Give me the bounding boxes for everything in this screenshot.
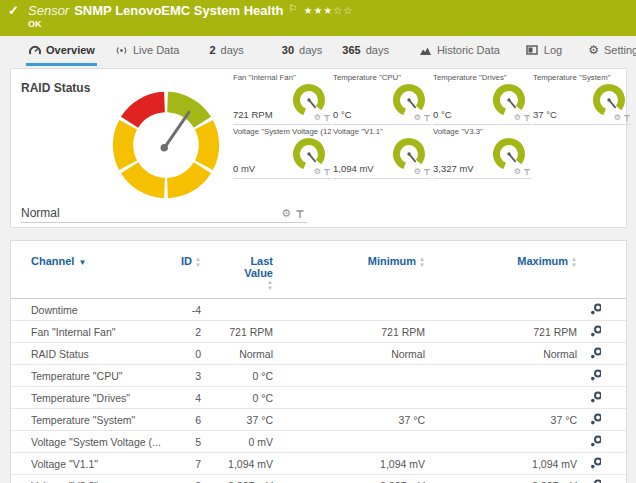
mini-gauge-temperature-drives: Temperature "Drives" 0 °C ⚙ <box>433 73 531 125</box>
tab-label: Live Data <box>133 44 179 56</box>
channel-id: 8 <box>171 480 201 483</box>
edit-channel-icon[interactable] <box>590 347 601 359</box>
channel-maximum: 1,094 mV <box>425 458 577 470</box>
tab-365-days[interactable]: 365 days <box>340 39 391 66</box>
table-row-voltage-system: Voltage "System Voltage (... 5 0 mV <box>11 431 626 453</box>
tab-overview[interactable]: Overview <box>26 39 97 66</box>
tab-30-days[interactable]: 30 days <box>280 39 325 66</box>
table-row-raid-status: RAID Status 0 Normal Normal Normal <box>11 343 626 365</box>
sensor-status-badge: OK <box>28 19 42 29</box>
mini-dial-icon <box>391 136 427 172</box>
gauge-settings-gear-icon[interactable]: ⚙ <box>414 168 421 176</box>
edit-channel-icon[interactable] <box>590 303 601 315</box>
channel-id: 0 <box>171 348 201 360</box>
channel-last-value: 0 mV <box>201 436 273 448</box>
mini-gauge-value: 721 RPM <box>233 109 273 120</box>
mini-gauge-title: Temperature "System" <box>533 73 631 82</box>
channel-last-value: 3,327 mV <box>201 480 273 483</box>
pin-icon[interactable] <box>423 168 431 176</box>
edit-channel-icon[interactable] <box>590 325 601 337</box>
edit-channel-icon[interactable] <box>590 435 601 447</box>
mini-gauge-voltage-v3-3: Voltage "V3.3" 3,327 mV ⚙ <box>433 127 531 179</box>
table-row-temperature-system: Temperature "System" 6 37 °C 37 °C 37 °C <box>11 409 626 431</box>
mini-gauge-value: 0 °C <box>433 109 452 120</box>
edit-channel-icon[interactable] <box>590 369 601 381</box>
tab-label: Settings <box>604 44 636 56</box>
gauge-settings-gear-icon[interactable]: ⚙ <box>614 114 621 122</box>
gauge-settings-gear-icon[interactable]: ⚙ <box>281 208 291 219</box>
column-header-channel[interactable]: Channel▼ <box>31 255 171 267</box>
pin-icon[interactable] <box>423 114 431 122</box>
sensor-kind-label: Sensor <box>28 3 69 18</box>
raid-status-dial <box>104 83 228 207</box>
pin-icon[interactable] <box>523 114 531 122</box>
gauge-settings-gear-icon[interactable]: ⚙ <box>314 168 321 176</box>
overview-gauges-panel: RAID Status Normal ⚙ Fan "Inter <box>10 68 627 228</box>
pin-icon[interactable] <box>523 168 531 176</box>
mini-dial-icon <box>291 82 327 118</box>
channel-id: 4 <box>171 392 201 404</box>
log-icon <box>526 44 539 56</box>
flag-icon[interactable]: ⚐ <box>288 3 297 14</box>
edit-channel-icon[interactable] <box>590 457 601 469</box>
mini-gauge-title: Temperature "CPU" <box>333 73 431 82</box>
tab-settings[interactable]: ⚙ Settings <box>586 39 636 66</box>
column-header-maximum[interactable]: Maximum▲▼ <box>425 255 577 268</box>
gear-icon: ⚙ <box>588 44 599 56</box>
channel-last-value: 0 °C <box>201 370 273 382</box>
pin-icon[interactable] <box>323 168 331 176</box>
gauge-settings-gear-icon[interactable]: ⚙ <box>514 168 521 176</box>
gauge-settings-gear-icon[interactable]: ⚙ <box>314 114 321 122</box>
channel-id: 6 <box>171 414 201 426</box>
channel-minimum: 1,094 mV <box>273 458 425 470</box>
channel-last-value: 0 °C <box>201 392 273 404</box>
column-header-last-value[interactable]: LastValue▲▼ <box>201 255 273 292</box>
pin-icon[interactable] <box>623 114 631 122</box>
table-row-fan-internal-fan: Fan "Internal Fan" 2 721 RPM 721 RPM 721… <box>11 321 626 343</box>
gauge-settings-gear-icon[interactable]: ⚙ <box>414 114 421 122</box>
sort-icon: ▲▼ <box>247 279 273 291</box>
gauge-settings-gear-icon[interactable]: ⚙ <box>514 114 521 122</box>
channel-maximum: 721 RPM <box>425 326 577 338</box>
tab-2-days[interactable]: 2 days <box>207 39 245 66</box>
tab-label: Historic Data <box>437 44 500 56</box>
table-row-temperature-drives: Temperature "Drives" 4 0 °C <box>11 387 626 409</box>
channel-last-value: Normal <box>201 348 273 360</box>
sort-icon: ▲▼ <box>571 256 577 268</box>
channel-name: Downtime <box>31 304 171 316</box>
channel-id: 5 <box>171 436 201 448</box>
sensor-title: SNMP LenovoEMC System Health <box>74 3 283 18</box>
column-header-id[interactable]: ID▲▼ <box>171 255 201 268</box>
gauge-icon <box>28 44 41 56</box>
channel-minimum: Normal <box>273 348 425 360</box>
pin-icon[interactable] <box>295 209 305 219</box>
channel-last-value: 721 RPM <box>201 326 273 338</box>
mini-gauge-voltage-v1-1: Voltage "V1.1" 1,094 mV ⚙ <box>333 127 431 179</box>
mini-dial-icon <box>491 82 527 118</box>
channel-name: Voltage "V3.3" <box>31 480 171 483</box>
mini-gauge-value: 37 °C <box>533 109 557 120</box>
tab-live-data[interactable]: Live Data <box>113 39 181 66</box>
chevron-down-icon: ▼ <box>78 258 86 267</box>
mini-dial-icon <box>291 136 327 172</box>
edit-channel-icon[interactable] <box>590 391 601 403</box>
column-header-minimum[interactable]: Minimum▲▼ <box>273 255 425 268</box>
mini-gauge-temperature-cpu: Temperature "CPU" 0 °C ⚙ <box>333 73 431 125</box>
channel-minimum: 37 °C <box>273 414 425 426</box>
edit-channel-icon[interactable] <box>590 413 601 425</box>
edit-channel-icon[interactable] <box>590 479 601 483</box>
gauge-footer: Normal ⚙ <box>21 203 307 223</box>
channel-maximum: Normal <box>425 348 577 360</box>
tab-historic-data[interactable]: Historic Data <box>417 39 502 66</box>
tab-label: Overview <box>46 44 95 56</box>
channel-maximum: 37 °C <box>425 414 577 426</box>
priority-stars[interactable]: ★★★☆☆ <box>303 5 353 16</box>
raid-status-value: Normal <box>21 206 60 220</box>
pin-icon[interactable] <box>323 114 331 122</box>
channel-name: Temperature "Drives" <box>31 392 171 404</box>
table-row-voltage-v3-3: Voltage "V3.3" 8 3,327 mV 3,327 mV 3,327… <box>11 475 626 483</box>
mini-gauge-title: Voltage "System Voltage (12... <box>233 127 331 136</box>
channel-name: Temperature "System" <box>31 414 171 426</box>
channel-name: Temperature "CPU" <box>31 370 171 382</box>
tab-log[interactable]: Log <box>524 39 564 66</box>
